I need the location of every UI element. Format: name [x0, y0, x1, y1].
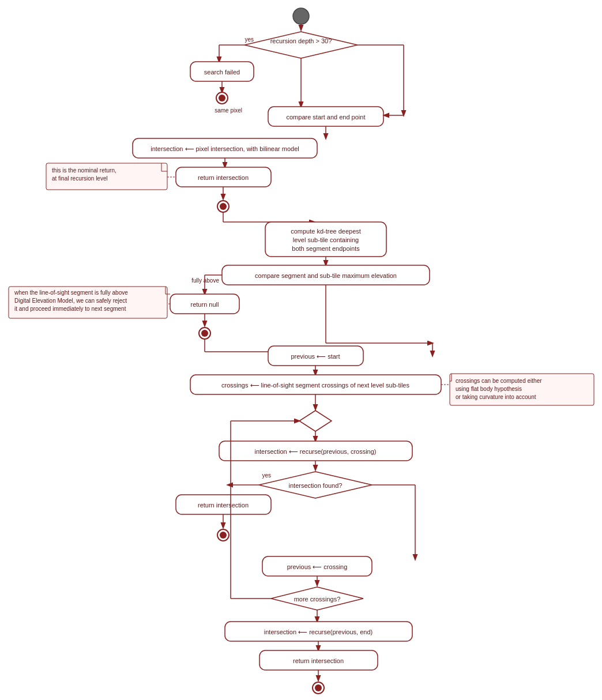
terminal-4-inner — [220, 532, 227, 539]
start-terminal — [293, 8, 309, 24]
recursion-depth-label: recursion depth > 30? — [270, 37, 332, 44]
note-lineofsight-text3: it and proceed immediately to next segme… — [14, 306, 126, 312]
note-crossings-text2: using flat body hypothesis — [456, 386, 522, 392]
recursion-depth-diamond — [244, 32, 358, 58]
intersection-found-text: intersection found? — [289, 482, 343, 489]
end-terminal-inner — [315, 684, 322, 691]
more-crossings-text: more crossings? — [294, 596, 341, 603]
note-crossings-text3: or taking curvature into account — [456, 394, 536, 400]
terminal-1-inner — [219, 95, 225, 101]
previous-start-text: previous ⟵ start — [291, 353, 340, 360]
return-intersection-2-text: return intersection — [198, 502, 249, 509]
compare-segment-text: compare segment and sub-tile maximum ele… — [255, 272, 397, 279]
terminal-2-inner — [220, 203, 227, 210]
pixel-intersection-text: intersection ⟵ pixel intersection, with … — [150, 145, 299, 152]
note-nominal-text: this is the nominal return, — [52, 167, 116, 174]
yes-recursion-label: yes — [244, 36, 254, 43]
flowchart-svg: recursion depth > 30? yes search failed … — [0, 0, 602, 700]
note-lineofsight-text2: Digital Elevation Model, we can safely r… — [14, 298, 127, 304]
return-intersection-3-text: return intersection — [293, 657, 344, 664]
fully-above-label: fully above — [191, 277, 219, 284]
intersection-recurse2-text: intersection ⟵ recurse(previous, end) — [264, 629, 373, 635]
search-failed-text: search failed — [204, 69, 240, 76]
diagram-container: recursion depth > 30? yes search failed … — [0, 0, 602, 700]
yes-intersection-label: yes — [262, 472, 271, 479]
compute-kd-tree-text2: level sub-tile containing — [293, 236, 359, 243]
compare-start-end-text: compare start and end point — [287, 114, 366, 121]
terminal-3-inner — [201, 330, 208, 337]
previous-crossing-text: previous ⟵ crossing — [287, 563, 348, 570]
return-null-text: return null — [191, 301, 219, 308]
crossings-text: crossings ⟵ line-of-sight segment crossi… — [221, 382, 409, 389]
note-lineofsight-text1: when the line-of-sight segment is fully … — [14, 289, 128, 296]
return-intersection-1-text: return intersection — [198, 174, 249, 181]
intersection-recurse1-text: intersection ⟵ recurse(previous, crossin… — [254, 448, 376, 455]
note-crossings-text1: crossings can be computed either — [456, 378, 542, 384]
note-nominal-text2: at final recursion level — [52, 175, 108, 182]
loop-diamond — [299, 411, 332, 431]
compute-kd-tree-text3: both segment endpoints — [292, 245, 360, 252]
same-pixel-label: same pixel — [215, 107, 242, 114]
compute-kd-tree-text1: compute kd-tree deepest — [291, 228, 361, 235]
